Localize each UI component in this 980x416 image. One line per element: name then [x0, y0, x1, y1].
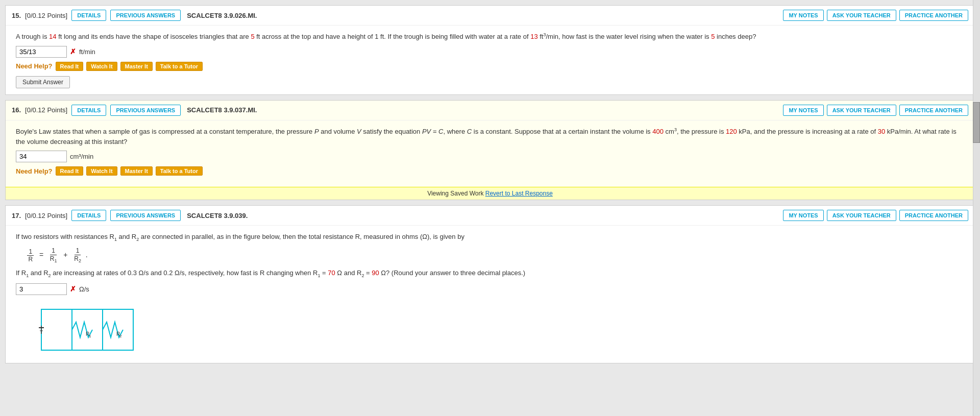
q16-prev-answers-button[interactable]: PREVIOUS ANSWERS [110, 105, 181, 116]
q16-saved-work-bar: Viewing Saved Work Revert to Last Respon… [6, 187, 974, 200]
question-15-header: 15. [0/0.12 Points] DETAILS PREVIOUS ANS… [6, 6, 974, 26]
question-17-header: 17. [0/0.12 Points] DETAILS PREVIOUS ANS… [6, 206, 974, 226]
page-container: 15. [0/0.12 Points] DETAILS PREVIOUS ANS… [0, 0, 980, 416]
q15-body: A trough is 14 ft long and its ends have… [6, 26, 974, 94]
q15-my-notes-button[interactable]: MY NOTES [783, 10, 823, 21]
q16-need-help-label: Need Help? [16, 167, 53, 175]
q17-val2: 90 [372, 269, 379, 277]
q16-need-help-row: Need Help? Read It Watch It Master It Ta… [16, 166, 964, 176]
q16-points: [0/0.12 Points] [25, 106, 67, 114]
q17-fraction-R1: 1 R1 [48, 247, 59, 264]
q17-circuit-diagram: R 1 R 2 [31, 304, 143, 355]
q15-practice-button[interactable]: PRACTICE ANOTHER [899, 10, 968, 21]
q17-title: SCALCET8 3.9.039. [187, 212, 248, 219]
q15-ask-teacher-button[interactable]: ASK YOUR TEACHER [827, 10, 896, 21]
question-16-header: 16. [0/0.12 Points] DETAILS PREVIOUS ANS… [6, 101, 974, 120]
q16-answer-input[interactable] [16, 151, 67, 162]
question-16-block: 16. [0/0.12 Points] DETAILS PREVIOUS ANS… [5, 100, 975, 200]
q16-ask-teacher-button[interactable]: ASK YOUR TEACHER [827, 105, 896, 116]
q16-title: SCALCET8 3.9.037.MI. [187, 106, 257, 114]
q17-ask-teacher-button[interactable]: ASK YOUR TEACHER [827, 210, 896, 221]
question-17-block: 17. [0/0.12 Points] DETAILS PREVIOUS ANS… [5, 205, 975, 363]
q15-number: 15. [12, 12, 21, 19]
scrollbar-thumb[interactable] [973, 102, 980, 143]
q17-header-right: MY NOTES ASK YOUR TEACHER PRACTICE ANOTH… [783, 210, 968, 221]
q17-practice-button[interactable]: PRACTICE ANOTHER [899, 210, 968, 221]
q15-val4: 5 [711, 33, 715, 40]
svg-text:1: 1 [89, 334, 91, 338]
q15-prev-answers-button[interactable]: PREVIOUS ANSWERS [110, 10, 181, 21]
q17-val1: 70 [328, 269, 335, 277]
q16-tutor-button[interactable]: Talk to a Tutor [156, 166, 203, 176]
q16-body: Boyle's Law states that when a sample of… [6, 120, 974, 187]
q16-practice-button[interactable]: PRACTICE ANOTHER [899, 105, 968, 116]
q17-fraction-R2: 1 R2 [72, 247, 83, 264]
q17-prev-answers-button[interactable]: PREVIOUS ANSWERS [110, 210, 181, 221]
q17-text2: If R1 and R2 are increasing at rates of … [16, 268, 964, 279]
q17-number: 17. [12, 212, 21, 219]
q16-number: 16. [12, 106, 21, 114]
q15-title: SCALCET8 3.9.026.MI. [187, 12, 257, 19]
scrollbar[interactable] [973, 0, 980, 416]
q15-need-help-label: Need Help? [16, 62, 53, 70]
q17-intro: If two resistors with resistances R1 and… [16, 232, 964, 243]
q16-master-it-button[interactable]: Master It [120, 166, 153, 176]
q15-master-it-button[interactable]: Master It [120, 62, 153, 71]
q17-answer-input[interactable] [16, 283, 67, 295]
svg-rect-0 [41, 309, 133, 350]
q17-points: [0/0.12 Points] [25, 212, 67, 219]
q17-answer-row: ✗ Ω/s [16, 283, 964, 295]
q15-tutor-button[interactable]: Talk to a Tutor [156, 62, 203, 71]
q16-unit: cm³/min [70, 153, 93, 160]
q17-unit: Ω/s [79, 285, 89, 293]
q16-val2: 120 [726, 128, 737, 135]
q15-answer-row: ✗ ft/min [16, 46, 964, 58]
q16-details-button[interactable]: DETAILS [71, 105, 106, 116]
q16-val3: 30 [878, 128, 885, 135]
q17-body: If two resistors with resistances R1 and… [6, 226, 974, 363]
q16-read-it-button[interactable]: Read It [56, 166, 84, 176]
q15-val1: 14 [49, 33, 56, 40]
q16-watch-it-button[interactable]: Watch It [86, 166, 117, 176]
q16-header-right: MY NOTES ASK YOUR TEACHER PRACTICE ANOTH… [783, 105, 968, 116]
q16-my-notes-button[interactable]: MY NOTES [783, 105, 823, 116]
q15-details-button[interactable]: DETAILS [71, 10, 106, 21]
q15-val2: 5 [251, 33, 254, 40]
q15-submit-button[interactable]: Submit Answer [16, 76, 70, 88]
q17-wrong-icon: ✗ [70, 285, 76, 293]
q17-my-notes-button[interactable]: MY NOTES [783, 210, 823, 221]
q15-read-it-button[interactable]: Read It [56, 62, 84, 71]
svg-text:2: 2 [119, 334, 122, 338]
q15-watch-it-button[interactable]: Watch It [86, 62, 117, 71]
q17-details-button[interactable]: DETAILS [71, 210, 106, 221]
q15-val3: 13 [530, 33, 537, 40]
q16-val1: 400 [652, 128, 664, 135]
q15-wrong-icon: ✗ [70, 47, 76, 56]
q15-need-help-row: Need Help? Read It Watch It Master It Ta… [16, 62, 964, 71]
q17-fraction-R: 1 R [27, 248, 34, 263]
q16-saved-work-text: Viewing Saved Work [427, 190, 483, 197]
question-15-block: 15. [0/0.12 Points] DETAILS PREVIOUS ANS… [5, 5, 975, 95]
q15-answer-input[interactable] [16, 46, 67, 58]
q16-text: Boyle's Law states that when a sample of… [16, 127, 964, 146]
q15-text: A trough is 14 ft long and its ends have… [16, 32, 964, 42]
q15-points: [0/0.12 Points] [25, 12, 67, 19]
q17-formula: 1 R = 1 R1 + 1 R2 . [16, 247, 964, 264]
q16-revert-link[interactable]: Revert to Last Response [485, 190, 553, 197]
q16-answer-row: cm³/min [16, 151, 964, 162]
q15-unit: ft/min [79, 48, 95, 56]
q15-header-right: MY NOTES ASK YOUR TEACHER PRACTICE ANOTH… [783, 10, 968, 21]
